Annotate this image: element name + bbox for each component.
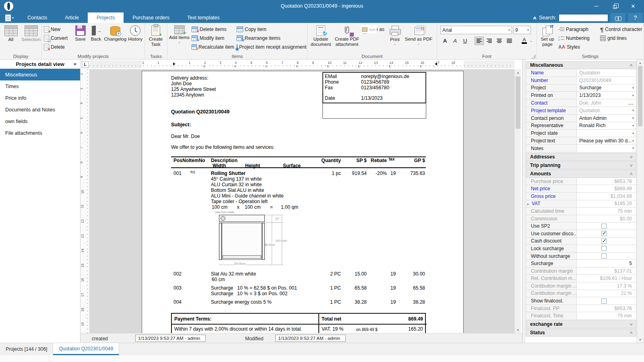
chevron-down-icon[interactable]: ▾ — [632, 86, 634, 90]
scrollbar-thumb[interactable] — [638, 66, 642, 126]
underline-button[interactable]: U — [460, 37, 470, 45]
show-finalcost-checkbox[interactable] — [601, 298, 607, 304]
section-addresses[interactable]: Addresses∨ — [526, 153, 636, 161]
chevron-down-icon[interactable]: ▾ — [632, 94, 634, 97]
add-items-button[interactable]: + Add items ⌄ — [168, 24, 190, 43]
chevron-down-icon[interactable]: ▾ — [632, 146, 634, 150]
tab-purchase-orders[interactable]: Purchase orders — [124, 12, 178, 23]
ribbon-group-document: ↻ Update document Create PDF attachment … — [308, 23, 437, 59]
chevron-down-icon[interactable]: ▾ — [632, 132, 634, 135]
payment-terms-box: Payment Terms: Total net 869.49 Within 7… — [171, 313, 426, 333]
use-customer-discount-checkbox[interactable] — [601, 231, 607, 236]
sidebar-item-times[interactable]: Times — [0, 80, 80, 92]
recalculate-item-button[interactable]: ϟRecalculate item — [190, 43, 235, 51]
modify-item-button[interactable]: ✎Modify item — [190, 34, 235, 42]
chevron-down-icon[interactable]: ▾ — [632, 109, 634, 112]
app-menu-button[interactable]: ▾ — [3, 13, 18, 22]
convert-button[interactable]: ❏Convert — [43, 34, 72, 42]
panel-scrollbar[interactable]: ▲ ▼ — [637, 60, 643, 343]
tab-quotation[interactable]: Quotation Q202301/0049 — [53, 343, 119, 355]
chevron-up-icon: ∧ — [630, 172, 634, 176]
rearrange-items-button[interactable]: ↻Rearrange items — [235, 34, 306, 42]
sidebar-item-documents-and-notes[interactable]: Documents and Notes — [0, 104, 80, 115]
chevron-down-icon[interactable]: ▾ — [632, 139, 634, 143]
minimize-button[interactable] — [587, 0, 605, 12]
section-amounts[interactable]: Amounts∧ — [526, 170, 636, 178]
all-button[interactable]: All — [2, 24, 19, 42]
font-dialog-launcher[interactable]: ↘ — [531, 54, 535, 58]
italic-button[interactable]: A — [450, 37, 460, 45]
justify-button[interactable] — [505, 37, 514, 45]
restore-button[interactable] — [605, 0, 624, 12]
styles-button[interactable]: AAStyles — [557, 43, 599, 51]
copy-item-button[interactable]: Copy item — [235, 25, 306, 33]
set-up-page-button[interactable]: ⇄ Set up page — [538, 24, 557, 47]
bold-button[interactable]: A — [440, 37, 450, 45]
section-status[interactable]: Status∧ — [526, 329, 636, 337]
tab-contacts[interactable]: Contacts — [19, 12, 56, 23]
sidebar-item-own-fields[interactable]: own fields — [0, 115, 80, 127]
document-page[interactable]: Delivery address: John Doe 125 Anywhere … — [142, 71, 464, 333]
selection-button[interactable]: Selection — [21, 24, 41, 42]
send-as-pdf-button[interactable]: Send as PDF ⌄ — [404, 24, 433, 45]
table-row-title: Rolling Shutter — [211, 171, 246, 176]
scroll-up-icon[interactable]: ▲ — [515, 69, 521, 76]
tab-projects[interactable]: Projects — [88, 12, 124, 23]
tab-stop-selector[interactable]: L — [82, 61, 89, 68]
sidebar-item-file-attachments[interactable]: File attachments — [0, 127, 80, 139]
use-sp2-checkbox[interactable] — [601, 224, 607, 229]
grid-lines-button[interactable]: grid lines — [599, 34, 642, 42]
create-task-button[interactable]: + Create Task — [146, 24, 166, 47]
tab-projects-list[interactable]: Projects [144 / 306] — [0, 343, 53, 355]
section-exchange-rate[interactable]: exchange rate∨ — [526, 320, 636, 328]
changelog-button[interactable]: Changelog — [103, 24, 127, 42]
create-pdf-attachment-button[interactable]: Create PDF attachment — [333, 24, 361, 47]
history-button[interactable]: History — [127, 24, 144, 42]
font-family-select[interactable]: Arial▾ — [440, 26, 512, 34]
update-document-button[interactable]: ↻ Update document — [308, 24, 333, 47]
align-right-button[interactable] — [485, 37, 494, 45]
save-button[interactable]: Save — [72, 24, 89, 42]
document-scrollbar[interactable]: ▲ ▼ — [514, 69, 521, 333]
scroll-down-icon[interactable]: ▼ — [637, 336, 643, 343]
numbering-button[interactable]: Numbering — [557, 34, 599, 42]
paragraph-button[interactable]: Paragraph — [557, 25, 599, 33]
search-input[interactable] — [559, 14, 608, 22]
print-button[interactable]: Print ⌄ — [386, 24, 404, 45]
ellipsis-button[interactable]: ... — [629, 101, 634, 105]
delete-button[interactable]: ✕Delete — [43, 43, 72, 51]
receipt-assignment-button[interactable]: ◉Project item receipt assignment — [235, 43, 306, 51]
back-button[interactable]: → Back — [89, 24, 104, 42]
sidebar: Projects detail view « Miscellaneous Tim… — [0, 60, 80, 343]
scroll-down-icon[interactable]: ▼ — [515, 327, 521, 333]
open-button[interactable]: Open — [361, 25, 377, 33]
collapse-ribbon-icon[interactable]: ∧ — [532, 15, 537, 21]
sidebar-item-price-info[interactable]: Price info — [0, 92, 80, 104]
scroll-up-icon[interactable]: ▲ — [637, 60, 643, 66]
chevron-down-icon[interactable]: ▾ — [632, 116, 634, 120]
font-color-button[interactable]: A — [520, 37, 529, 45]
delete-items-button[interactable]: ✕Delete items — [190, 25, 235, 33]
section-trip-planning[interactable]: Trip planning∨ — [526, 161, 636, 169]
chevron-down-icon: ▾ — [12, 16, 14, 20]
tab-article[interactable]: Article — [56, 12, 88, 23]
chevron-down-icon[interactable]: ▾ — [632, 124, 634, 128]
new-button[interactable]: +New — [43, 25, 72, 33]
section-miscellaneous[interactable]: Miscellaneous∧ — [526, 61, 636, 69]
menu-bar: ▾ Contacts Article Projects Purchase ord… — [0, 12, 644, 23]
scrollbar-thumb[interactable] — [516, 76, 520, 129]
align-center-button[interactable] — [495, 37, 504, 45]
font-size-select[interactable]: 9▾ — [513, 26, 531, 34]
close-button[interactable]: ✕ — [624, 0, 642, 12]
lock-surcharge-checkbox[interactable] — [601, 246, 607, 251]
help-button[interactable]: ? — [628, 13, 643, 23]
expander-icon[interactable]: ▸ — [527, 202, 529, 206]
cash-discount-checkbox[interactable] — [601, 239, 607, 244]
control-character-button[interactable]: ¶Control character — [599, 25, 642, 33]
sidebar-item-miscellaneous[interactable]: Miscellaneous — [0, 69, 80, 80]
align-left-button[interactable] — [475, 37, 484, 45]
tab-text-templates[interactable]: Text templates — [178, 12, 229, 23]
search-button[interactable] — [611, 13, 625, 23]
without-surcharge-checkbox[interactable] — [601, 253, 607, 259]
collapse-sidebar-icon[interactable]: « — [74, 61, 76, 67]
